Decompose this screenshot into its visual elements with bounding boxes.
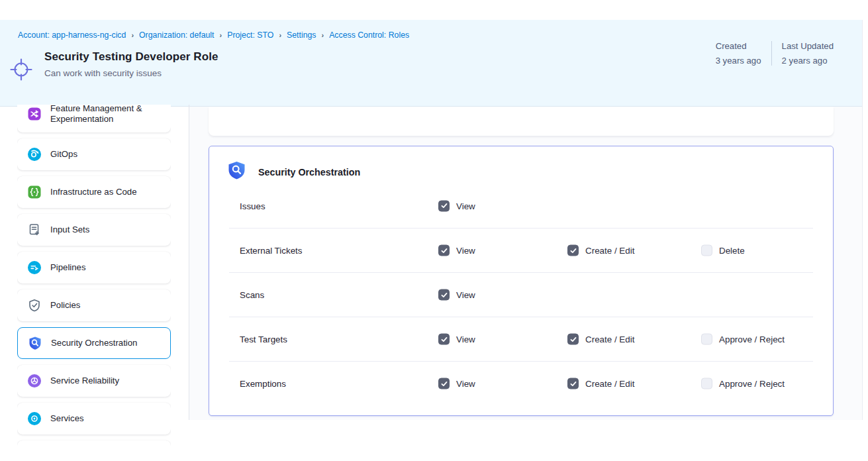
role-meta: Created 3 years ago Last Updated 2 years… — [716, 41, 834, 66]
iac-icon — [27, 185, 42, 199]
permission-label: View — [456, 334, 475, 344]
checkbox-icon[interactable] — [701, 378, 712, 389]
permission-row-issues: Issues View — [229, 183, 813, 228]
sidebar-item-label: Feature Management & Experimentation — [50, 105, 164, 125]
resource-label: External Tickets — [240, 246, 303, 256]
sidebar-item-label: Input Sets — [50, 225, 89, 235]
breadcrumb-settings[interactable]: Settings — [287, 30, 316, 40]
permission-toggle-delete[interactable]: Delete — [701, 245, 745, 256]
page-header: Account: app-harness-ng-cicd › Organizat… — [0, 20, 863, 107]
checkbox-icon[interactable] — [438, 289, 450, 301]
policies-shield-icon — [27, 298, 42, 313]
permission-toggle-view[interactable]: View — [438, 289, 475, 301]
permission-toggle-view[interactable]: View — [438, 200, 475, 211]
breadcrumb-project[interactable]: Project: STO — [227, 30, 273, 40]
breadcrumb-separator: › — [321, 31, 324, 39]
permission-row-external-tickets: External Tickets View Create / Edit — [229, 228, 813, 272]
last-updated-meta: Last Updated 2 years ago — [782, 41, 834, 66]
panel-title: Security Orchestration — [258, 167, 360, 178]
permission-toggle-create-edit[interactable]: Create / Edit — [567, 378, 634, 389]
meta-divider — [771, 41, 772, 66]
sidebar-item-gitops[interactable]: GitOps — [17, 138, 171, 170]
breadcrumb-separator: › — [279, 31, 281, 39]
permission-toggle-create-edit[interactable]: Create / Edit — [567, 334, 634, 345]
last-updated-label: Last Updated — [782, 41, 834, 51]
permission-toggle-approve-reject[interactable]: Approve / Reject — [701, 378, 785, 389]
permission-row-scans: Scans View — [229, 272, 813, 317]
security-orchestration-icon — [28, 336, 42, 350]
sidebar-item-label: Security Orchestration — [51, 338, 137, 348]
input-sets-icon — [27, 223, 42, 237]
page-title: Security Testing Developer Role — [44, 50, 218, 64]
permission-label: Approve / Reject — [719, 379, 785, 389]
sidebar-item-security-orchestration[interactable]: Security Orchestration — [17, 327, 171, 359]
resource-label: Issues — [240, 201, 265, 211]
permission-label: View — [456, 201, 475, 211]
checkbox-icon[interactable] — [567, 334, 579, 345]
checkbox-icon[interactable] — [567, 378, 579, 389]
sidebar-item-label: Policies — [50, 300, 80, 311]
checkbox-icon[interactable] — [438, 245, 450, 256]
permission-label: Create / Edit — [585, 334, 634, 344]
permission-row-test-targets: Test Targets View Create / Edit — [229, 317, 813, 361]
checkbox-icon[interactable] — [438, 378, 450, 389]
permission-toggle-create-edit[interactable]: Create / Edit — [567, 245, 634, 256]
sidebar-item-services[interactable]: Services — [17, 403, 171, 435]
breadcrumb-account[interactable]: Account: app-harness-ng-cicd — [18, 30, 126, 40]
resource-label: Test Targets — [240, 334, 287, 344]
breadcrumb-separator: › — [220, 31, 222, 39]
permission-label: View — [456, 290, 475, 300]
checkbox-icon[interactable] — [701, 245, 712, 256]
permission-label: Create / Edit — [585, 379, 634, 389]
scroll-track-line — [862, 20, 863, 420]
pipelines-icon — [27, 260, 42, 275]
modules-sidebar: Feature Management & Experimentation Git… — [17, 105, 171, 461]
feature-flags-icon — [27, 107, 42, 121]
breadcrumb-separator: › — [131, 31, 134, 39]
breadcrumb: Account: app-harness-ng-cicd › Organizat… — [18, 30, 409, 40]
sidebar-item-label: GitOps — [50, 149, 77, 160]
sidebar-item-pipelines[interactable]: Pipelines — [17, 252, 171, 283]
sidebar-item-label: Pipelines — [50, 262, 86, 273]
checkbox-icon[interactable] — [701, 334, 712, 345]
page: Account: app-harness-ng-cicd › Organizat… — [0, 0, 868, 461]
service-reliability-icon — [27, 374, 42, 388]
sidebar-item-infrastructure-as-code[interactable]: Infrastructure as Code — [17, 176, 171, 208]
sidebar-item-label: Infrastructure as Code — [50, 187, 136, 197]
permission-toggle-view[interactable]: View — [438, 378, 475, 389]
checkbox-icon[interactable] — [567, 245, 579, 256]
scrolled-card-bottom — [209, 107, 834, 136]
permission-label: View — [456, 246, 475, 256]
gitops-icon — [27, 147, 42, 162]
last-updated-value: 2 years ago — [782, 56, 834, 66]
security-orchestration-panel: Security Orchestration Issues View Exter… — [209, 146, 834, 416]
sidebar-item-input-sets[interactable]: Input Sets — [17, 214, 171, 246]
permission-label: Create / Edit — [585, 246, 634, 256]
sidebar-item-feature-management[interactable]: Feature Management & Experimentation — [17, 105, 171, 132]
panel-header: Security Orchestration — [228, 161, 360, 183]
permission-toggle-approve-reject[interactable]: Approve / Reject — [701, 334, 785, 345]
permission-label: Approve / Reject — [719, 334, 785, 344]
created-value: 3 years ago — [716, 56, 761, 66]
resource-label: Scans — [240, 290, 264, 300]
permission-label: View — [456, 379, 475, 389]
permission-toggle-view[interactable]: View — [438, 245, 475, 256]
sidebar-item-label: Service Reliability — [50, 376, 119, 386]
breadcrumb-organization[interactable]: Organization: default — [139, 30, 214, 40]
permission-row-exemptions: Exemptions View Create / Edit — [229, 361, 813, 405]
sidebar-item-label: Services — [50, 413, 84, 424]
sidebar-item-policies[interactable]: Policies — [17, 289, 171, 321]
checkbox-icon[interactable] — [438, 200, 450, 211]
sidebar-item-service-reliability[interactable]: Service Reliability — [17, 365, 171, 397]
permissions-pane: Security Orchestration Issues View Exter… — [189, 107, 862, 420]
page-subtitle: Can work with security issues — [44, 68, 162, 78]
created-label: Created — [716, 41, 761, 51]
checkbox-icon[interactable] — [438, 334, 450, 345]
permission-rows: Issues View External Tickets — [229, 183, 813, 405]
breadcrumb-access-control-roles[interactable]: Access Control: Roles — [329, 30, 409, 40]
security-orchestration-shield-icon — [228, 161, 246, 183]
resource-label: Exemptions — [240, 379, 286, 389]
services-icon — [27, 411, 42, 426]
permission-toggle-view[interactable]: View — [438, 334, 475, 345]
sidebar-item-partial[interactable] — [17, 440, 171, 461]
